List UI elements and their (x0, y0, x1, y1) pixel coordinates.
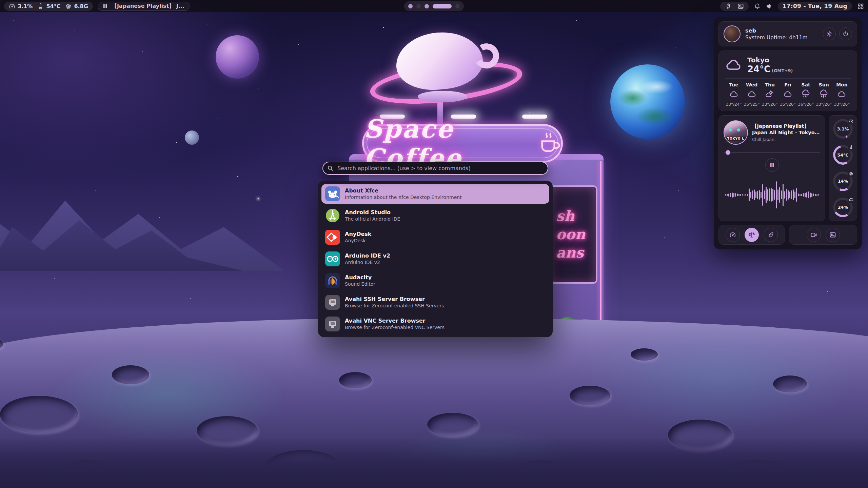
visualizer-bar (801, 194, 802, 196)
forecast-temps: 33°/26° (816, 102, 832, 107)
workspace-dot[interactable] (425, 4, 429, 8)
visualizer-bar (803, 193, 804, 197)
stat-value: 54°C (46, 3, 60, 9)
app-result-row[interactable]: Avahi VNC Server Browser Browse for Zero… (321, 314, 549, 334)
network-icon (325, 317, 340, 331)
visualizer-bar (813, 194, 814, 196)
divider (725, 78, 851, 79)
crater (570, 386, 610, 405)
app-subtitle: Information about the Xfce Desktop Envir… (345, 195, 462, 200)
xfce-icon (325, 186, 340, 201)
notifications-bell-icon[interactable] (754, 3, 761, 9)
disk-icon (848, 196, 855, 203)
foreground-shadow (0, 437, 868, 488)
forecast-day: Wed 35°/25° (743, 82, 761, 107)
forecast-temps: 33°/26° (834, 102, 850, 107)
crater (631, 348, 658, 361)
app-subtitle: Browse for Zeroconf-enabled VNC Servers (345, 325, 445, 330)
photo-icon[interactable] (737, 3, 744, 9)
visualizer-bar (800, 194, 801, 196)
control-center-panel: seb System Uptime: 4h11m (714, 17, 862, 249)
shop-window: shoonans (550, 185, 597, 284)
search-input[interactable] (322, 162, 548, 175)
track-artist: Chill Japan. (752, 137, 820, 142)
app-result-row[interactable]: Arduino IDE v2 Arduino IDE v2 (321, 249, 549, 269)
visualizer-bar (777, 189, 778, 200)
music-progress-knob[interactable] (726, 150, 730, 155)
visualizer-bar (737, 194, 738, 196)
forecast-day: Tue 33°/24° (725, 82, 743, 107)
space-coffee-neon-sign: Space Coffee (362, 124, 563, 163)
stat-item: 3.1% (9, 3, 33, 9)
workspace-dot[interactable] (433, 4, 452, 8)
app-title: About Xfce (345, 187, 462, 194)
gauge: 54°C (833, 145, 853, 165)
app-result-row[interactable]: Android Studio The official Android IDE (321, 206, 549, 225)
scales-icon[interactable] (745, 228, 759, 242)
video-icon[interactable] (807, 228, 821, 242)
app-title: Avahi SSH Server Browser (345, 296, 444, 302)
visualizer-bar (788, 190, 789, 200)
forecast-day-label: Sat (802, 82, 810, 87)
capture-tools (789, 225, 857, 245)
visualizer-bar (786, 189, 787, 201)
app-launcher: About Xfce Information about the Xfce De… (318, 162, 553, 337)
workspace-dot[interactable] (408, 4, 413, 8)
workspace-dot[interactable] (455, 4, 460, 8)
forecast-temps: 35°/26° (780, 102, 796, 107)
rain-icon (801, 89, 810, 100)
volume-icon[interactable] (766, 3, 772, 9)
visualizer-bar (764, 190, 765, 199)
visualizer-bar (762, 184, 763, 206)
visualizer-bar (810, 192, 811, 198)
app-result-row[interactable]: AnyDesk AnyDesk (321, 227, 549, 247)
app-result-row[interactable]: Audacity Sound Editor (321, 271, 549, 290)
cloud-icon (729, 89, 738, 100)
workspace-dot[interactable] (416, 4, 421, 8)
forecast-day: Sat 36°/26° (797, 82, 815, 107)
app-result-row[interactable]: Avahi SSH Server Browser Browse for Zero… (321, 292, 549, 312)
purple-planet (216, 35, 259, 79)
seek-track (724, 152, 820, 153)
clock[interactable]: 17:09 - Tue, 19 Aug (778, 2, 852, 11)
visualizer-bar (776, 181, 777, 208)
app-grid-icon[interactable] (857, 3, 864, 9)
seek-slider[interactable] (724, 150, 820, 155)
visualizer-bar (755, 191, 756, 198)
visualizer-bar (759, 190, 760, 200)
coffee-cup-icon (537, 130, 561, 156)
forecast-day: Sun 33°/26° (815, 82, 833, 107)
power-mode-switcher (718, 225, 785, 245)
stat-item: 6.8G (65, 3, 88, 9)
visualizer-bar (745, 194, 746, 196)
app-subtitle: AnyDesk (345, 238, 372, 244)
visualizer-bar (793, 189, 794, 200)
visualizer-bar (744, 195, 745, 196)
now-playing-widget[interactable]: 【Japanese Playlist】 J... (98, 2, 190, 11)
photo-icon[interactable] (826, 228, 840, 242)
speedometer-icon[interactable] (726, 228, 740, 242)
audacity-icon (325, 273, 340, 288)
visualizer-bar (772, 189, 773, 201)
pause-button[interactable] (765, 158, 779, 172)
visualizer-bar (811, 193, 812, 197)
forecast-temps: 36°/26° (798, 102, 814, 107)
mouse-icon[interactable] (725, 3, 731, 9)
crater (339, 372, 372, 388)
visualizer-bar (742, 194, 743, 196)
gauge: 3.1% (833, 119, 853, 139)
app-result-row[interactable]: About Xfce Information about the Xfce De… (321, 184, 549, 204)
stat-value: 6.8G (74, 3, 88, 9)
crater (0, 338, 3, 350)
system-stats-widget[interactable]: 3.1% 54°C 6.8G (4, 2, 93, 11)
visualizer-bar (754, 189, 755, 200)
visualizer-bar (752, 190, 753, 199)
cloud-icon (837, 89, 846, 100)
power-button[interactable] (839, 27, 852, 40)
visualizer-bar (783, 184, 784, 206)
cloud-icon (725, 58, 742, 73)
arduino-icon (325, 251, 340, 266)
leaf-icon[interactable] (764, 228, 778, 242)
settings-gear-button[interactable] (823, 27, 836, 40)
visualizer-bar (761, 192, 762, 198)
